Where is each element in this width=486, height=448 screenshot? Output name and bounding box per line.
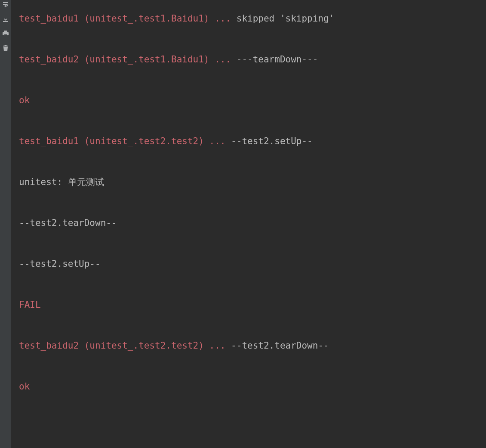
console-output: test_baidu1 (unitest_.test1.Baidu1) ... … [11, 0, 486, 448]
download-icon[interactable] [2, 15, 9, 22]
test-line: test_baidu2 (unitest_.test1.Baidu1) ... [19, 54, 237, 65]
output-text: unitest: [19, 177, 68, 187]
status-fail: FAIL [19, 295, 486, 315]
status-ok: ok [19, 90, 486, 111]
output-text: 单元测试 [68, 177, 104, 187]
print-icon[interactable] [2, 30, 9, 37]
test-line: test_baidu1 (unitest_.test1.Baidu1) ... [19, 13, 237, 24]
test-line: test_baidu1 (unitest_.test2.test2) ... [19, 136, 231, 146]
blank-line [19, 417, 486, 438]
output-text: ---tearmDown--- [237, 54, 318, 65]
output-text: --test2.setUp-- [19, 254, 486, 275]
output-text: --test2.tearDown-- [19, 213, 486, 234]
status-ok: ok [19, 377, 486, 397]
wrap-icon[interactable] [2, 1, 9, 8]
output-text: --test2.setUp-- [231, 136, 313, 146]
output-text: skipped 'skipping' [237, 13, 335, 24]
test-line: test_baidu2 (unitest_.test2.test2) ... [19, 340, 231, 351]
trash-icon[interactable] [2, 45, 9, 52]
output-text: --test2.tearDown-- [231, 340, 329, 351]
tool-sidebar [0, 0, 11, 448]
